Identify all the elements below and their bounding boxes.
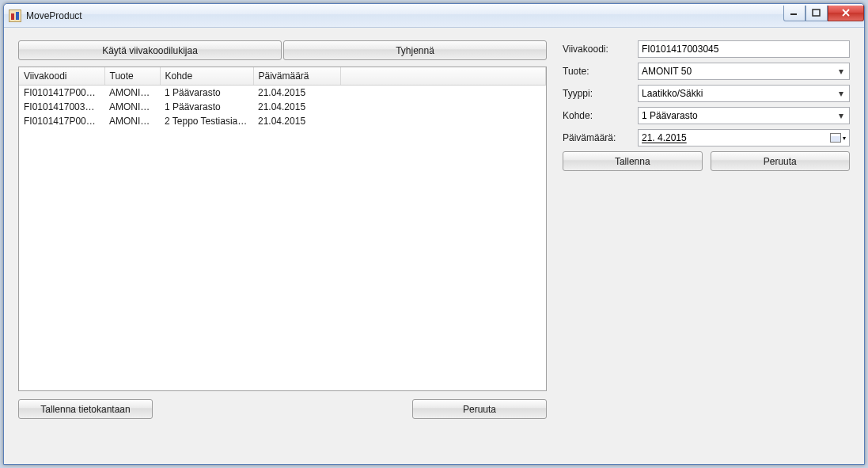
cell-target: 1 Päävarasto [160, 86, 253, 101]
bottom-actions: Tallenna tietokantaan Peruuta [18, 399, 547, 419]
row-product: Tuote: AMONIT 50 ▾ [563, 63, 850, 80]
cell-filler [340, 100, 546, 114]
cell-barcode: FI0101417P004503 [19, 86, 104, 101]
right-column: Viivakoodi: FI0101417003045 Tuote: AMONI… [563, 40, 850, 451]
row-type: Tyyppi: Laatikko/Säkki ▾ [563, 85, 850, 102]
chevron-down-icon: ▾ [835, 64, 847, 78]
maximize-button[interactable] [805, 6, 828, 21]
barcode-input[interactable]: FI0101417003045 [638, 40, 850, 58]
close-button[interactable] [828, 6, 864, 21]
minimize-icon [790, 9, 799, 17]
col-header-target[interactable]: Kohde [160, 67, 253, 86]
cell-date: 21.04.2015 [253, 114, 340, 128]
save-button[interactable]: Tallenna [563, 151, 703, 171]
close-icon [841, 9, 851, 17]
date-value: 21. 4.2015 [642, 132, 687, 143]
client-area: Käytä viivakoodilukijaa Tyhjennä Viivako… [4, 28, 864, 464]
row-target: Kohde: 1 Päävarasto ▾ [563, 107, 850, 124]
clear-button[interactable]: Tyhjennä [283, 40, 547, 60]
cell-date: 21.04.2015 [253, 100, 340, 114]
items-grid[interactable]: Viivakoodi Tuote Kohde Päivämäärä FI0101… [18, 67, 547, 391]
type-combo[interactable]: Laatikko/Säkki ▾ [638, 85, 850, 102]
form-actions: Tallenna Peruuta [563, 151, 850, 171]
maximize-icon [812, 9, 821, 17]
cell-filler [340, 114, 546, 128]
items-table: Viivakoodi Tuote Kohde Päivämäärä FI0101… [19, 67, 546, 128]
table-row[interactable]: FI0101417P004503AMONIT 361 Päävarasto21.… [19, 86, 546, 101]
col-header-barcode[interactable]: Viivakoodi [19, 67, 104, 86]
spacer [161, 399, 404, 419]
cell-filler [340, 86, 546, 101]
cell-target: 1 Päävarasto [160, 100, 253, 114]
product-combo[interactable]: AMONIT 50 ▾ [638, 63, 850, 80]
col-header-date[interactable]: Päivämäärä [253, 67, 340, 86]
type-value: Laatikko/Säkki [642, 88, 703, 99]
product-value: AMONIT 50 [642, 66, 692, 77]
cell-barcode: FI0101417P004503 [19, 114, 104, 128]
top-toolbar: Käytä viivakoodilukijaa Tyhjennä [18, 40, 547, 60]
row-barcode: Viivakoodi: FI0101417003045 [563, 40, 850, 58]
row-date: Päivämäärä: 21. 4.2015 ▾ [563, 129, 850, 146]
app-icon [9, 10, 21, 22]
left-column: Käytä viivakoodilukijaa Tyhjennä Viivako… [18, 40, 547, 451]
chevron-down-icon: ▾ [835, 108, 847, 123]
chevron-down-icon: ▾ [835, 86, 847, 101]
cancel-button[interactable]: Peruuta [711, 151, 851, 171]
svg-rect-1 [813, 10, 820, 16]
cell-product: AMONIT 36 [104, 86, 160, 101]
app-window: MoveProduct Käytä viivakoodilukijaa Tyhj… [3, 3, 865, 465]
svg-rect-0 [790, 13, 797, 15]
cell-date: 21.04.2015 [253, 86, 340, 101]
target-combo[interactable]: 1 Päävarasto ▾ [638, 107, 850, 124]
label-product: Tuote: [563, 66, 638, 77]
window-controls [783, 6, 864, 21]
col-header-product[interactable]: Tuote [104, 67, 160, 86]
window-title: MoveProduct [26, 10, 783, 21]
titlebar[interactable]: MoveProduct [4, 4, 864, 28]
table-header-row: Viivakoodi Tuote Kohde Päivämäärä [19, 67, 546, 86]
cell-target: 2 Teppo Testiasiakas [160, 114, 253, 128]
save-to-database-button[interactable]: Tallenna tietokantaan [18, 399, 153, 419]
label-type: Tyyppi: [563, 88, 638, 99]
calendar-icon: ▾ [825, 133, 846, 143]
cell-product: AMONIT 50 [104, 100, 160, 114]
minimize-button[interactable] [783, 6, 805, 21]
label-barcode: Viivakoodi: [563, 44, 638, 55]
cell-barcode: FI0101417003045 [19, 100, 104, 114]
cancel-bottom-button[interactable]: Peruuta [412, 399, 547, 419]
col-header-filler [340, 67, 546, 86]
cell-product: AMONIT 36 [104, 114, 160, 128]
use-barcode-reader-button[interactable]: Käytä viivakoodilukijaa [18, 40, 282, 60]
table-row[interactable]: FI0101417003045AMONIT 501 Päävarasto21.0… [19, 100, 546, 114]
label-date: Päivämäärä: [563, 132, 638, 143]
table-row[interactable]: FI0101417P004503AMONIT 362 Teppo Testias… [19, 114, 546, 128]
date-picker[interactable]: 21. 4.2015 ▾ [638, 129, 850, 146]
target-value: 1 Päävarasto [642, 110, 698, 121]
label-target: Kohde: [563, 110, 638, 121]
